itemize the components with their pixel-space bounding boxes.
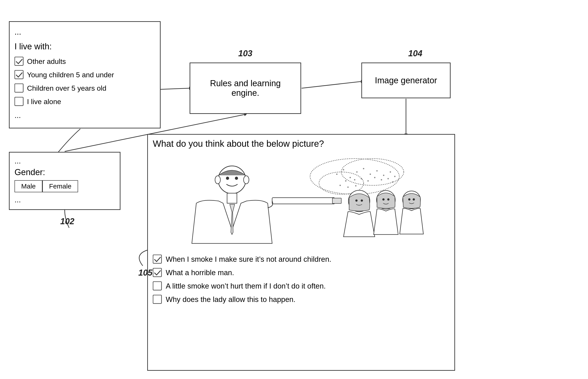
scene-svg	[153, 154, 449, 248]
svg-point-19	[363, 168, 364, 169]
checkbox-live-alone[interactable]: I live alone	[15, 96, 155, 107]
response-2-text: What a horrible man.	[166, 268, 234, 277]
box102-ellipsis-bottom: ...	[15, 195, 115, 204]
svg-point-45	[355, 199, 358, 202]
box105-question: What do you think about the below pictur…	[153, 139, 449, 149]
label-102: 102	[60, 217, 74, 226]
box-102: ... Gender: Male Female ...	[9, 152, 120, 210]
box-101: ... I live with: Other adults Young chil…	[9, 21, 161, 128]
check-icon-adults	[15, 57, 24, 66]
svg-point-28	[368, 180, 369, 182]
svg-point-13	[341, 158, 404, 185]
response-3-text: A little smoke won’t hurt them if I don’…	[166, 282, 326, 290]
svg-point-49	[387, 198, 389, 201]
rules-engine-label: Rules and learning engine.	[195, 79, 295, 98]
box102-ellipsis-top: ...	[15, 157, 115, 165]
svg-rect-54	[153, 268, 162, 277]
checkbox-other-adults[interactable]: Other adults	[15, 56, 155, 67]
checkbox-children-over5[interactable]: Children over 5 years old	[15, 83, 155, 94]
box-105: What do you think about the below pictur…	[147, 134, 455, 371]
box-103: Rules and learning engine.	[190, 63, 301, 114]
svg-point-26	[354, 179, 355, 180]
svg-point-21	[376, 170, 378, 172]
response-row-1[interactable]: When I smoke I make sure it’s not around…	[153, 255, 449, 264]
uncheck-icon-alone	[15, 97, 24, 106]
svg-point-27	[361, 178, 362, 179]
female-button[interactable]: Female	[42, 180, 78, 192]
young-children-label: Young children 5 and under	[27, 69, 114, 80]
svg-point-35	[355, 185, 356, 187]
box101-ellipsis-top: ...	[15, 26, 155, 38]
check-icon-r1	[153, 255, 162, 264]
response-row-4[interactable]: Why does the lady allow this to happen.	[153, 295, 449, 304]
scene-illustration	[153, 154, 449, 248]
check-icon-r2	[153, 268, 162, 277]
svg-line-0	[161, 88, 189, 89]
svg-rect-36	[272, 198, 335, 204]
svg-point-40	[235, 177, 238, 180]
response-4-text: Why does the lady allow this to happen.	[166, 295, 295, 304]
live-alone-label: I live alone	[27, 96, 61, 107]
svg-point-51	[408, 198, 411, 201]
box102-title: Gender:	[15, 168, 115, 177]
label-104: 104	[408, 49, 422, 58]
label-105: 105	[138, 268, 152, 278]
svg-rect-56	[153, 295, 162, 303]
gender-buttons-group: Male Female	[15, 180, 115, 192]
svg-rect-53	[153, 255, 162, 263]
uncheck-icon-over5	[15, 83, 24, 93]
svg-point-17	[350, 177, 351, 178]
label-103: 103	[238, 49, 252, 58]
svg-point-31	[387, 178, 389, 179]
svg-line-2	[302, 81, 361, 88]
svg-point-22	[383, 175, 384, 176]
svg-point-41	[215, 176, 220, 184]
svg-point-12	[310, 158, 399, 194]
svg-point-39	[226, 177, 229, 180]
response-1-text: When I smoke I make sure it’s not around…	[166, 255, 331, 264]
svg-rect-10	[15, 84, 23, 92]
svg-point-46	[361, 199, 363, 202]
check-icon-young	[15, 70, 24, 79]
svg-point-33	[339, 185, 341, 186]
svg-point-18	[356, 171, 358, 173]
uncheck-icon-r4	[153, 295, 162, 304]
svg-point-29	[374, 177, 375, 178]
response-row-2[interactable]: What a horrible man.	[153, 268, 449, 277]
svg-point-32	[392, 181, 393, 183]
svg-rect-37	[332, 198, 341, 204]
svg-point-30	[381, 179, 382, 180]
response-options: When I smoke I make sure it’s not around…	[153, 255, 449, 304]
svg-point-23	[390, 171, 391, 173]
children-over5-label: Children over 5 years old	[27, 83, 106, 94]
svg-rect-9	[15, 70, 23, 79]
male-button[interactable]: Male	[15, 180, 42, 192]
box101-ellipsis-bottom: ...	[15, 111, 21, 120]
svg-point-48	[382, 198, 384, 201]
svg-rect-11	[15, 97, 23, 106]
box101-title: I live with:	[15, 40, 155, 53]
diagram: ... I live with: Other adults Young chil…	[0, 0, 588, 379]
svg-rect-43	[227, 193, 237, 203]
svg-rect-55	[153, 282, 162, 290]
checkbox-young-children[interactable]: Young children 5 and under	[15, 69, 155, 80]
svg-rect-8	[15, 57, 23, 65]
uncheck-icon-r3	[153, 281, 162, 291]
svg-point-16	[343, 169, 344, 170]
svg-point-15	[336, 174, 338, 175]
svg-point-34	[347, 187, 349, 188]
svg-point-20	[370, 174, 371, 175]
image-generator-label: Image generator	[375, 76, 437, 85]
svg-point-24	[394, 176, 396, 177]
response-row-3[interactable]: A little smoke won’t hurt them if I don’…	[153, 281, 449, 291]
svg-point-25	[345, 180, 346, 182]
svg-point-42	[244, 176, 249, 184]
svg-point-52	[413, 198, 415, 201]
box-104: Image generator	[361, 63, 451, 98]
other-adults-label: Other adults	[27, 56, 66, 67]
